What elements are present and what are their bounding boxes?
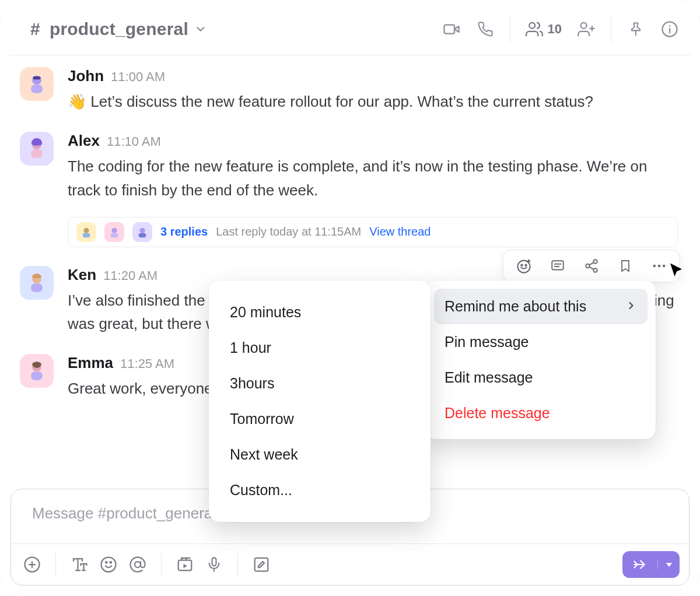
svg-marker-37 (184, 564, 187, 569)
svg-point-60 (663, 265, 666, 268)
svg-point-15 (83, 228, 89, 233)
app-frame: # product_general 10 (0, 0, 700, 596)
menu-item-label: Remind me about this (444, 298, 586, 315)
svg-point-58 (653, 265, 656, 268)
reply-thread-icon[interactable] (549, 257, 566, 275)
video-clip-icon[interactable] (173, 553, 197, 576)
remind-submenu: 20 minutes 1 hour 3hours Tomorrow Next w… (209, 281, 430, 522)
svg-rect-12 (33, 76, 40, 79)
author-name[interactable]: Emma (68, 354, 113, 372)
video-call-icon[interactable] (442, 20, 461, 38)
thread-avatar (104, 222, 124, 242)
remind-option-20min[interactable]: 20 minutes (230, 295, 410, 330)
message-text: The coding for the new feature is comple… (68, 155, 678, 202)
channel-name-text: product_general (50, 19, 188, 39)
menu-edit-message[interactable]: Edit message (434, 360, 648, 395)
emoji-icon[interactable] (97, 553, 120, 576)
message-item: Alex 11:10 AM The coding for the new fea… (20, 124, 678, 258)
avatar[interactable] (20, 67, 54, 101)
svg-rect-14 (31, 150, 43, 158)
svg-point-19 (139, 228, 145, 233)
remind-option-next-week[interactable]: Next week (230, 437, 410, 472)
more-actions-icon[interactable] (650, 257, 668, 275)
avatar[interactable] (20, 266, 54, 300)
divider (237, 553, 238, 576)
menu-item-label: Pin message (444, 334, 529, 350)
info-icon[interactable] (660, 20, 679, 38)
svg-point-33 (106, 562, 107, 563)
text-format-icon[interactable] (68, 553, 91, 576)
hash-icon: # (30, 19, 40, 39)
svg-rect-18 (111, 233, 118, 237)
svg-point-3 (581, 23, 587, 29)
share-icon[interactable] (583, 257, 600, 275)
svg-line-56 (589, 262, 593, 265)
bookmark-icon[interactable] (617, 257, 634, 275)
add-reaction-icon[interactable] (515, 257, 533, 275)
svg-line-57 (589, 267, 593, 269)
author-name[interactable]: Alex (68, 132, 100, 150)
header-actions: 10 (442, 16, 679, 42)
svg-point-9 (669, 25, 671, 27)
member-count-text: 10 (548, 22, 562, 37)
menu-remind-me[interactable]: Remind me about this (434, 289, 648, 324)
thread-reply-count: 3 replies (160, 225, 208, 239)
thread-avatar (132, 222, 152, 242)
message-time: 11:25 AM (120, 356, 174, 371)
svg-rect-20 (139, 233, 146, 237)
author-name[interactable]: Ken (68, 266, 96, 284)
menu-item-label: Delete message (444, 405, 550, 422)
channel-name-button[interactable]: # product_general (30, 19, 207, 39)
chevron-down-icon (194, 23, 207, 36)
svg-point-59 (658, 265, 661, 268)
message-time: 11:10 AM (107, 134, 161, 149)
svg-point-47 (525, 265, 526, 266)
message-item: John 11:00 AM 👋 Let’s discuss the new fe… (20, 59, 678, 124)
remind-option-3hours[interactable]: 3hours (230, 366, 410, 401)
avatar[interactable] (20, 354, 54, 388)
thread-last-reply: Last reply today at 11:15AM (216, 225, 361, 239)
svg-point-32 (102, 558, 116, 572)
svg-rect-16 (83, 233, 90, 237)
message-context-menu: Remind me about this Pin message Edit me… (426, 281, 656, 439)
composer-toolbar (11, 544, 689, 585)
svg-point-17 (111, 228, 117, 233)
send-button[interactable] (622, 551, 680, 578)
svg-rect-11 (31, 85, 43, 93)
message-text: 👋 Let’s discuss the new feature rollout … (68, 90, 678, 113)
pin-icon[interactable] (626, 20, 645, 38)
svg-point-35 (135, 562, 141, 567)
menu-delete-message[interactable]: Delete message (434, 395, 648, 431)
divider (510, 16, 510, 42)
svg-rect-40 (255, 558, 268, 572)
svg-rect-22 (31, 283, 43, 292)
remind-option-1hour[interactable]: 1 hour (230, 330, 410, 366)
phone-call-icon[interactable] (476, 20, 495, 38)
svg-point-46 (521, 265, 522, 266)
channel-header: # product_general 10 (9, 7, 691, 55)
menu-pin-message[interactable]: Pin message (434, 324, 648, 360)
mention-icon[interactable] (126, 553, 149, 576)
microphone-icon[interactable] (202, 553, 226, 576)
divider (161, 553, 162, 576)
svg-rect-24 (31, 372, 43, 380)
canvas-icon[interactable] (250, 553, 273, 576)
svg-rect-50 (552, 261, 564, 269)
author-name[interactable]: John (68, 67, 104, 85)
send-icon[interactable] (622, 557, 657, 572)
divider (611, 16, 611, 42)
divider (55, 553, 56, 576)
remind-option-tomorrow[interactable]: Tomorrow (230, 401, 410, 437)
member-count-button[interactable]: 10 (526, 20, 562, 38)
menu-item-label: Edit message (444, 369, 533, 386)
thread-summary[interactable]: 3 replies Last reply today at 11:15AM Vi… (68, 217, 678, 247)
svg-rect-38 (212, 558, 216, 566)
thread-avatar (76, 222, 96, 242)
remind-option-custom[interactable]: Custom... (230, 472, 410, 508)
add-attachment-icon[interactable] (20, 553, 44, 576)
send-options-icon[interactable] (657, 560, 680, 569)
svg-marker-44 (666, 563, 672, 567)
avatar[interactable] (20, 132, 54, 166)
add-member-icon[interactable] (577, 20, 596, 38)
thread-view-link[interactable]: View thread (369, 225, 430, 239)
